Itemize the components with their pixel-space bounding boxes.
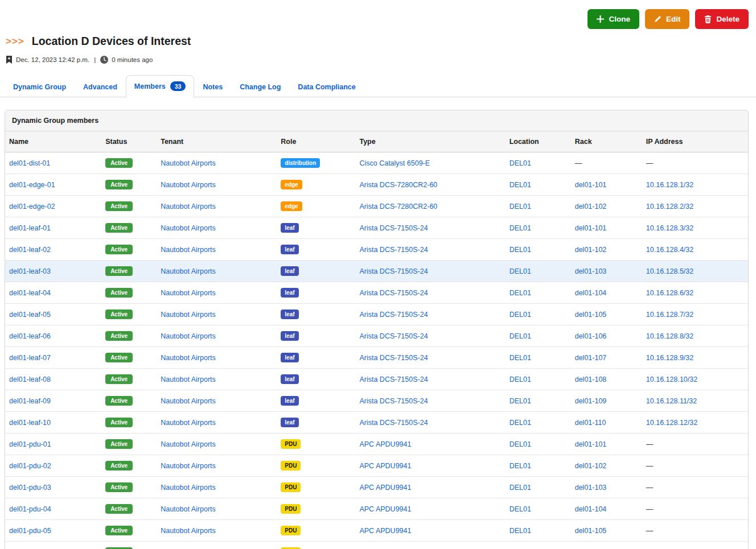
location-link[interactable]: DEL01	[510, 246, 531, 254]
device-name-link[interactable]: del01-pdu-02	[9, 462, 51, 470]
tenant-link[interactable]: Nautobot Airports	[161, 527, 216, 535]
rack-link[interactable]: del01-103	[575, 484, 607, 492]
tenant-link[interactable]: Nautobot Airports	[161, 246, 216, 254]
tenant-link[interactable]: Nautobot Airports	[161, 267, 216, 275]
role-badge[interactable]: edge	[281, 180, 302, 189]
location-link[interactable]: DEL01	[510, 462, 531, 470]
role-badge[interactable]: leaf	[281, 223, 298, 233]
status-badge[interactable]: Active	[105, 288, 133, 298]
ip-address-link[interactable]: 10.16.128.10/32	[646, 375, 697, 383]
tab-change-log[interactable]: Change Log	[231, 77, 289, 97]
tenant-link[interactable]: Nautobot Airports	[161, 419, 216, 427]
location-link[interactable]: DEL01	[510, 505, 531, 513]
role-badge[interactable]: edge	[281, 201, 302, 211]
role-badge[interactable]: PDU	[281, 504, 301, 514]
ip-address-link[interactable]: 10.16.128.11/32	[646, 397, 697, 405]
column-header-rack[interactable]: Rack	[572, 131, 643, 152]
status-badge[interactable]: Active	[105, 180, 133, 189]
rack-link[interactable]: del01-108	[575, 375, 607, 383]
device-type-link[interactable]: Arista DCS-7150S-24	[359, 267, 428, 275]
column-header-tenant[interactable]: Tenant	[157, 131, 277, 152]
ip-address-link[interactable]: 10.16.128.5/32	[646, 267, 693, 275]
ip-address-link[interactable]: 10.16.128.4/32	[646, 246, 693, 254]
status-badge[interactable]: Active	[105, 331, 133, 341]
status-badge[interactable]: Active	[105, 158, 133, 168]
device-type-link[interactable]: Arista DCS-7150S-24	[359, 397, 428, 405]
delete-button[interactable]: Delete	[695, 9, 749, 29]
ip-address-link[interactable]: 10.16.128.1/32	[646, 181, 693, 189]
tenant-link[interactable]: Nautobot Airports	[161, 224, 216, 232]
tenant-link[interactable]: Nautobot Airports	[161, 484, 216, 492]
role-badge[interactable]: PDU	[281, 439, 301, 449]
device-type-link[interactable]: APC APDU9941	[359, 505, 411, 513]
location-link[interactable]: DEL01	[510, 224, 531, 232]
location-link[interactable]: DEL01	[510, 375, 531, 383]
device-name-link[interactable]: del01-leaf-10	[9, 419, 51, 427]
ip-address-link[interactable]: 10.16.128.7/32	[646, 311, 693, 319]
device-name-link[interactable]: del01-leaf-01	[9, 224, 51, 232]
device-name-link[interactable]: del01-leaf-04	[9, 289, 51, 297]
rack-link[interactable]: del01-110	[575, 419, 606, 427]
status-badge[interactable]: Active	[105, 374, 133, 384]
tab-dynamic-group[interactable]: Dynamic Group	[5, 77, 75, 97]
tenant-link[interactable]: Nautobot Airports	[161, 289, 216, 297]
rack-link[interactable]: del01-102	[575, 462, 607, 470]
ip-address-link[interactable]: 10.16.128.6/32	[646, 289, 693, 297]
status-badge[interactable]: Active	[105, 418, 133, 427]
device-type-link[interactable]: Arista DCS-7150S-24	[359, 224, 428, 232]
tenant-link[interactable]: Nautobot Airports	[161, 332, 216, 340]
status-badge[interactable]: Active	[105, 396, 133, 406]
device-name-link[interactable]: del01-pdu-03	[9, 484, 51, 492]
status-badge[interactable]: Active	[105, 309, 133, 319]
location-link[interactable]: DEL01	[510, 203, 531, 210]
column-header-name[interactable]: Name	[5, 131, 102, 152]
device-name-link[interactable]: del01-leaf-03	[9, 267, 51, 275]
location-link[interactable]: DEL01	[510, 181, 531, 189]
rack-link[interactable]: del01-109	[575, 397, 607, 405]
device-type-link[interactable]: APC APDU9941	[359, 484, 411, 492]
device-name-link[interactable]: del01-dist-01	[9, 159, 50, 167]
device-type-link[interactable]: APC APDU9941	[359, 462, 411, 470]
rack-link[interactable]: del01-105	[575, 527, 607, 535]
role-badge[interactable]: leaf	[281, 418, 298, 427]
device-type-link[interactable]: APC APDU9941	[359, 440, 411, 448]
tenant-link[interactable]: Nautobot Airports	[161, 462, 216, 470]
rack-link[interactable]: del01-101	[575, 440, 607, 448]
device-name-link[interactable]: del01-edge-02	[9, 203, 55, 210]
device-type-link[interactable]: Arista DCS-7150S-24	[359, 375, 428, 383]
tenant-link[interactable]: Nautobot Airports	[161, 375, 216, 383]
tenant-link[interactable]: Nautobot Airports	[161, 203, 216, 210]
role-badge[interactable]: leaf	[281, 288, 298, 298]
role-badge[interactable]: PDU	[281, 526, 301, 535]
role-badge[interactable]: leaf	[281, 331, 298, 341]
rack-link[interactable]: del01-101	[575, 224, 607, 232]
role-badge[interactable]: leaf	[281, 266, 298, 276]
role-badge[interactable]: leaf	[281, 396, 298, 406]
rack-link[interactable]: del01-105	[575, 311, 607, 319]
clone-button[interactable]: Clone	[587, 9, 639, 29]
device-type-link[interactable]: Arista DCS-7280CR2-60	[359, 181, 437, 189]
column-header-ip-address[interactable]: IP Address	[643, 131, 748, 152]
tenant-link[interactable]: Nautobot Airports	[161, 354, 216, 362]
device-name-link[interactable]: del01-leaf-05	[9, 311, 51, 319]
location-link[interactable]: DEL01	[510, 484, 531, 492]
location-link[interactable]: DEL01	[510, 267, 531, 275]
device-name-link[interactable]: del01-pdu-04	[9, 505, 51, 513]
rack-link[interactable]: del01-104	[575, 505, 607, 513]
device-type-link[interactable]: Cisco Catalyst 6509-E	[359, 159, 430, 167]
status-badge[interactable]: Active	[105, 504, 133, 514]
location-link[interactable]: DEL01	[510, 289, 531, 297]
location-link[interactable]: DEL01	[510, 354, 531, 362]
ip-address-link[interactable]: 10.16.128.8/32	[646, 332, 693, 340]
rack-link[interactable]: del01-102	[575, 203, 607, 210]
tenant-link[interactable]: Nautobot Airports	[161, 505, 216, 513]
location-link[interactable]: DEL01	[510, 397, 531, 405]
device-type-link[interactable]: Arista DCS-7150S-24	[359, 354, 428, 362]
device-name-link[interactable]: del01-pdu-05	[9, 527, 51, 535]
role-badge[interactable]: leaf	[281, 245, 298, 254]
status-badge[interactable]: Active	[105, 266, 133, 276]
column-header-status[interactable]: Status	[102, 131, 157, 152]
role-badge[interactable]: PDU	[281, 461, 301, 470]
device-type-link[interactable]: Arista DCS-7150S-24	[359, 419, 428, 427]
location-link[interactable]: DEL01	[510, 440, 531, 448]
